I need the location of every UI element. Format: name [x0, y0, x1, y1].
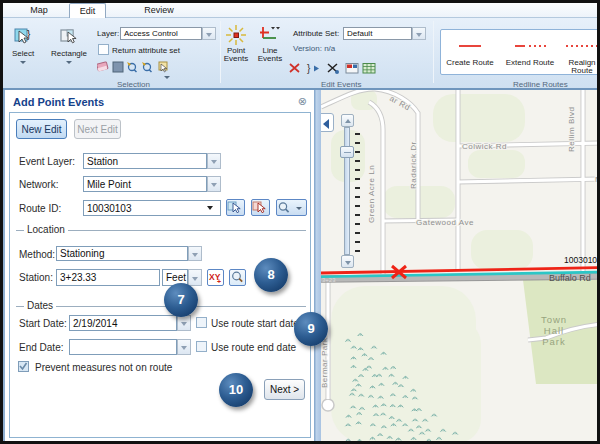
ribbon-toolbar: } Select Rectangle Layer: Access Control… [3, 18, 597, 88]
panel-close-icon[interactable]: ⊗ [298, 96, 307, 106]
layer-dropdown-button[interactable] [202, 27, 216, 40]
route-id-combobox[interactable]: 10030103 [83, 200, 221, 216]
merge-event-icon: } [307, 63, 319, 74]
dates-separator [16, 306, 306, 307]
selection-small-toolbar[interactable] [97, 60, 183, 76]
method-dropdown[interactable] [188, 246, 202, 261]
zoom-selection-icon [127, 62, 137, 72]
route-zoom-icon [277, 200, 293, 215]
point-events-icon [226, 25, 246, 45]
callout-10: 10 [219, 373, 253, 407]
callout-8: 8 [254, 258, 288, 292]
town-hall-park-label: Town Hall Park [541, 314, 567, 347]
attribute-set-combobox[interactable]: Default [343, 27, 412, 40]
use-route-start-checkbox[interactable] [196, 317, 207, 328]
select-route-icon [233, 203, 240, 213]
line-events-button[interactable]: Line Events [256, 25, 284, 63]
realign-route-label2: Route [563, 67, 600, 76]
street-label-gatewood: Gatewood Ave [416, 218, 474, 227]
return-attribute-set-checkbox[interactable] [98, 44, 109, 55]
clear-selection-icon [97, 62, 108, 72]
street-label-n: N [595, 175, 600, 184]
check-icon [19, 362, 28, 371]
svg-text:Town: Town [541, 314, 567, 325]
rectangle-icon [59, 27, 80, 48]
next-edit-button[interactable]: Next Edit [74, 119, 121, 139]
end-date-dropdown[interactable] [177, 339, 191, 355]
next-button[interactable]: Next > [264, 379, 305, 400]
map-canvas: ar Rd Colwick Rd Gatewood Ave Green Acre… [321, 90, 600, 441]
svg-text:}: } [307, 63, 311, 74]
zoom-out-button[interactable] [341, 255, 354, 268]
route-id-dropdown-arrow[interactable] [207, 206, 213, 210]
line-events-icon [259, 25, 281, 45]
station-tick-label: 3+23 [322, 277, 336, 283]
layer-combobox[interactable]: Access Control [120, 27, 202, 40]
zoom-in-button[interactable] [341, 114, 354, 127]
street-label-rellim: Rellim Blvd [567, 106, 576, 152]
version-label: Version: n/a [293, 44, 335, 53]
tab-map[interactable]: Map [18, 3, 60, 18]
xy-icon: XY+ [208, 270, 223, 285]
select-route-on-map-button[interactable] [226, 199, 245, 216]
use-route-end-checkbox[interactable] [196, 341, 207, 352]
network-combobox[interactable]: Mile Point [83, 176, 207, 192]
event-layer-combobox[interactable]: Station [83, 153, 207, 169]
end-date-label: End Date: [19, 342, 63, 353]
create-route-button[interactable]: Create Route [442, 30, 498, 76]
tab-review[interactable]: Review [136, 3, 182, 18]
end-date-input[interactable] [69, 339, 177, 355]
network-dropdown[interactable] [207, 176, 221, 192]
clear-route-icon [258, 203, 265, 213]
route-zoom-menu-button[interactable] [276, 199, 307, 216]
realign-route-button[interactable]: Realign Route [563, 30, 600, 76]
event-layer-dropdown[interactable] [207, 153, 221, 169]
start-date-input[interactable]: 2/19/2014 [69, 315, 177, 331]
method-combobox[interactable]: Stationing [56, 246, 188, 261]
redline-routes-panel: Create Route Extend Route Realign Route [440, 29, 600, 75]
use-route-start-label: Use route start date [211, 318, 299, 329]
tab-edit[interactable]: Edit [69, 3, 106, 18]
map-view[interactable]: ar Rd Colwick Rd Gatewood Ave Green Acre… [321, 90, 600, 441]
extend-route-button[interactable]: Extend Route [501, 30, 559, 76]
create-route-icon [455, 30, 485, 56]
attribute-set-dropdown-button[interactable] [412, 27, 426, 40]
panel-map-splitter[interactable] [314, 90, 321, 441]
street-label-colwick: Colwick Rd [462, 142, 507, 151]
start-date-label: Start Date: [19, 318, 67, 329]
event-layer-label: Event Layer: [19, 156, 75, 167]
return-attribute-set-label: Return attribute set [112, 46, 180, 55]
select-tool-button[interactable]: } Select [7, 27, 39, 66]
edit-events-small-toolbar[interactable]: } [288, 60, 383, 76]
point-events-label2: Events [222, 55, 250, 63]
split-event-icon [328, 64, 339, 74]
callout-7: 7 [164, 283, 198, 317]
delete-event-icon [290, 64, 299, 72]
route-number-label: 10030103 [564, 255, 600, 265]
street-label-bermar: Bermar Park [321, 337, 329, 388]
collapse-panel-tab[interactable] [321, 113, 334, 132]
station-input[interactable]: 3+23.33 [56, 269, 160, 286]
selection-options-icon [159, 62, 167, 72]
station-units-dropdown[interactable] [188, 269, 202, 286]
start-date-dropdown[interactable] [177, 315, 191, 331]
layer-label: Layer: [97, 29, 119, 38]
rectangle-tool-button[interactable]: Rectangle [48, 27, 90, 66]
select-icon: } [13, 27, 34, 48]
route-id-label: Route ID: [19, 203, 61, 214]
xy-button[interactable]: XY+ [207, 269, 224, 286]
network-label: Network: [19, 179, 58, 190]
prevent-measures-label: Prevent measures not on route [35, 362, 172, 373]
zoom-slider-thumb[interactable] [340, 146, 354, 158]
pan-selection-icon [142, 62, 152, 72]
prevent-measures-checkbox[interactable] [18, 361, 29, 372]
clear-route-selection-button[interactable] [251, 199, 270, 216]
create-route-label: Create Route [442, 59, 498, 68]
method-label: Method: [19, 249, 55, 260]
panel-title: Add Point Events [13, 96, 104, 108]
attribute-set-label: Attribute Set: [293, 29, 339, 38]
new-edit-button[interactable]: New Edit [16, 119, 67, 139]
point-events-button[interactable]: Point Events [222, 25, 250, 63]
dates-group-label: Dates [24, 300, 56, 311]
station-zoom-button[interactable] [229, 269, 246, 286]
